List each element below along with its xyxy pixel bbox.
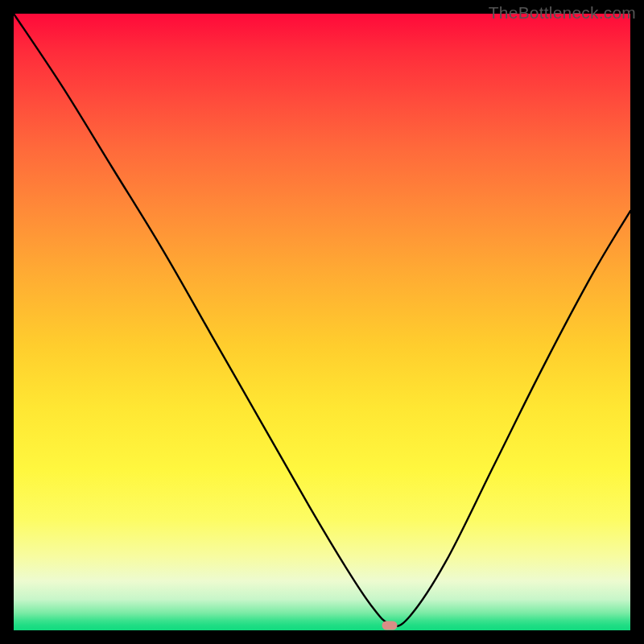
watermark-text: TheBottleneck.com xyxy=(489,3,636,23)
optimal-point-marker xyxy=(382,621,398,630)
plot-area xyxy=(14,14,630,630)
chart-frame: TheBottleneck.com xyxy=(0,0,644,644)
curve-path xyxy=(14,14,630,626)
bottleneck-curve xyxy=(14,14,630,630)
